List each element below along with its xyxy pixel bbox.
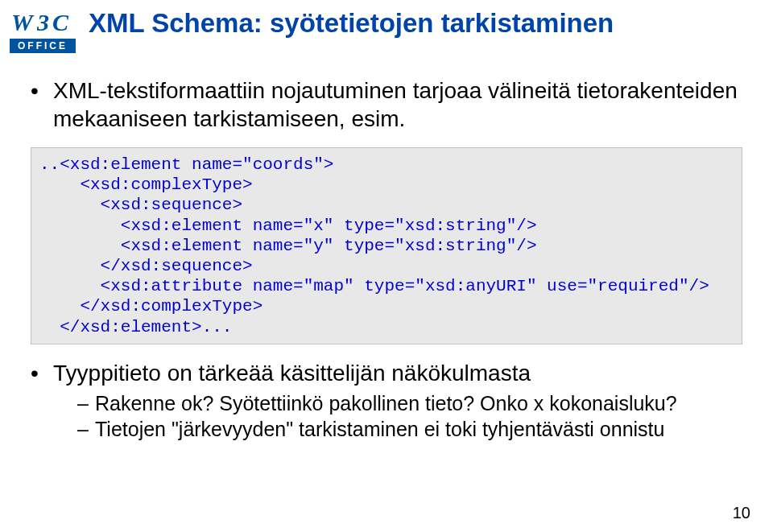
sub-bullet-text: Tietojen "järkevyyden" tarkistaminen ei … [95, 416, 664, 443]
svg-text:3: 3 [36, 9, 49, 35]
sub-bullet-item: – Tietojen "järkevyyden" tarkistaminen e… [77, 416, 742, 443]
w3c-logo: W 3 C OFFICE [10, 6, 76, 53]
sub-bullet-marker: – [77, 390, 95, 417]
w3c-logo-svg: W 3 C OFFICE [10, 6, 76, 53]
sub-bullet-text: Rakenne ok? Syötettiinkö pakollinen tiet… [95, 390, 677, 417]
sub-bullet-list: – Rakenne ok? Syötettiinkö pakollinen ti… [31, 390, 742, 443]
svg-text:OFFICE: OFFICE [18, 40, 68, 52]
code-block: ..<xsd:element name="coords"> <xsd:compl… [31, 147, 742, 344]
bullet-text: Tyyppitieto on tärkeää käsittelijän näkö… [53, 359, 742, 387]
sub-bullet-item: – Rakenne ok? Syötettiinkö pakollinen ti… [77, 390, 742, 417]
bullet-item: • XML-tekstiformaattiin nojautuminen tar… [31, 76, 742, 133]
page-number: 10 [733, 504, 750, 522]
svg-text:C: C [52, 9, 69, 35]
svg-text:W: W [11, 9, 35, 35]
bullet-marker: • [31, 359, 53, 387]
slide-title: XML Schema: syötetietojen tarkistaminen [89, 8, 614, 39]
bullet-item: • Tyyppitieto on tärkeää käsittelijän nä… [31, 359, 742, 387]
slide-content: • XML-tekstiformaattiin nojautuminen tar… [31, 76, 742, 443]
sub-bullet-marker: – [77, 416, 95, 443]
bullet-marker: • [31, 76, 53, 133]
bullet-text: XML-tekstiformaattiin nojautuminen tarjo… [53, 76, 742, 133]
